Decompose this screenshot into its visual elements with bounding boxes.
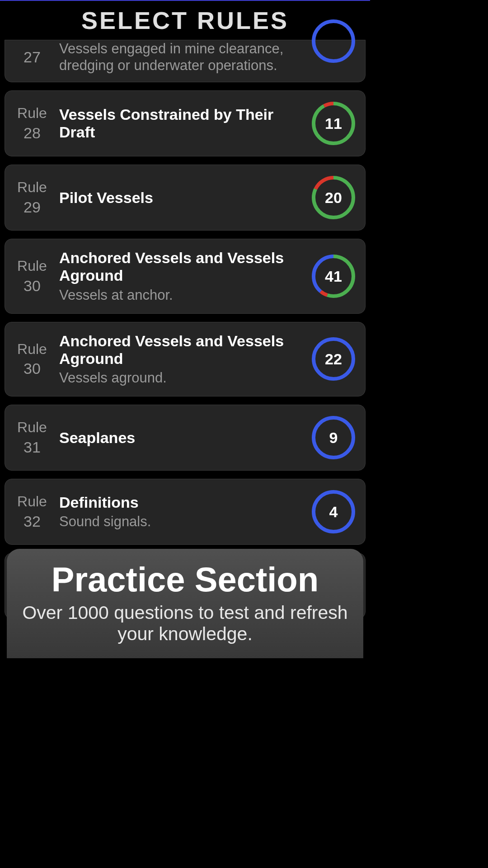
- rule-content: Pilot Vessels: [59, 189, 302, 207]
- rule-label-column: Rule32: [14, 492, 50, 531]
- progress-ring: 41: [311, 254, 356, 299]
- rule-content: Vessels Constrained by Their Draft: [59, 106, 302, 141]
- rule-card[interactable]: Rule28Vessels Constrained by Their Draft…: [5, 90, 366, 156]
- overlay-subtitle: Over 1000 questions to test and refresh …: [18, 602, 352, 645]
- question-count: 4: [329, 503, 338, 521]
- question-count: 22: [325, 350, 342, 368]
- progress-ring: 11: [311, 101, 356, 146]
- rule-content: Anchored Vessels and Vessels AgroundVess…: [59, 332, 302, 386]
- overlay-title: Practice Section: [18, 561, 352, 598]
- rule-number: 30: [23, 276, 41, 296]
- rule-card[interactable]: Rule29Pilot Vessels20: [5, 165, 366, 231]
- rule-subtitle: Vessels engaged in mine clearance, dredg…: [59, 40, 302, 74]
- rule-card[interactable]: 27Vessels engaged in mine clearance, dre…: [5, 40, 366, 82]
- rule-number: 31: [23, 437, 41, 457]
- rule-label-column: Rule30: [14, 340, 50, 379]
- rule-number: 29: [23, 197, 41, 217]
- rule-label-text: Rule: [17, 492, 47, 511]
- question-count: 9: [329, 429, 338, 447]
- question-count: 11: [325, 115, 342, 132]
- rule-title: Anchored Vessels and Vessels Aground: [59, 249, 302, 284]
- rule-label-text: Rule: [17, 257, 47, 276]
- rule-content: DefinitionsSound signals.: [59, 494, 302, 530]
- rule-title: Definitions: [59, 494, 302, 511]
- rule-card[interactable]: Rule31Seaplanes9: [5, 405, 366, 471]
- rule-label-column: Rule29: [14, 178, 50, 217]
- rule-label-column: Rule31: [14, 418, 50, 457]
- rule-title: Pilot Vessels: [59, 189, 302, 207]
- progress-ring: [311, 19, 356, 64]
- rule-number: 32: [23, 511, 41, 531]
- rule-subtitle: Vessels at anchor.: [59, 287, 302, 303]
- rule-title: Anchored Vessels and Vessels Aground: [59, 332, 302, 368]
- rule-label-column: 27: [14, 47, 50, 67]
- rule-subtitle: Vessels aground.: [59, 369, 302, 386]
- practice-section-overlay[interactable]: Practice Section Over 1000 questions to …: [7, 549, 363, 658]
- rule-card[interactable]: Rule30Anchored Vessels and Vessels Agrou…: [5, 322, 366, 396]
- rule-label-text: Rule: [17, 340, 47, 359]
- rule-title: Vessels Constrained by Their Draft: [59, 106, 302, 141]
- rule-label-text: Rule: [17, 104, 47, 123]
- progress-ring: 4: [311, 489, 356, 534]
- rule-number: 27: [23, 47, 41, 67]
- rule-content: Vessels engaged in mine clearance, dredg…: [59, 40, 302, 74]
- rule-label-text: Rule: [17, 178, 47, 197]
- rule-card[interactable]: Rule32DefinitionsSound signals.4: [5, 479, 366, 545]
- rule-label-text: Rule: [17, 418, 47, 437]
- progress-ring: 22: [311, 336, 356, 382]
- rule-label-column: Rule28: [14, 104, 50, 143]
- progress-ring: 9: [311, 415, 356, 460]
- rule-number: 30: [23, 359, 41, 378]
- svg-point-0: [314, 21, 353, 61]
- rule-number: 28: [23, 123, 41, 143]
- rule-content: Anchored Vessels and Vessels AgroundVess…: [59, 249, 302, 303]
- rule-subtitle: Sound signals.: [59, 513, 302, 530]
- rule-content: Seaplanes: [59, 429, 302, 447]
- page-title: SELECT RULES: [81, 6, 289, 34]
- rule-list: 27Vessels engaged in mine clearance, dre…: [0, 40, 370, 619]
- question-count: 20: [325, 189, 342, 207]
- question-count: 41: [325, 268, 342, 285]
- rule-label-column: Rule30: [14, 257, 50, 296]
- progress-ring: 20: [311, 175, 356, 220]
- rule-title: Seaplanes: [59, 429, 302, 447]
- rule-card[interactable]: Rule30Anchored Vessels and Vessels Agrou…: [5, 239, 366, 313]
